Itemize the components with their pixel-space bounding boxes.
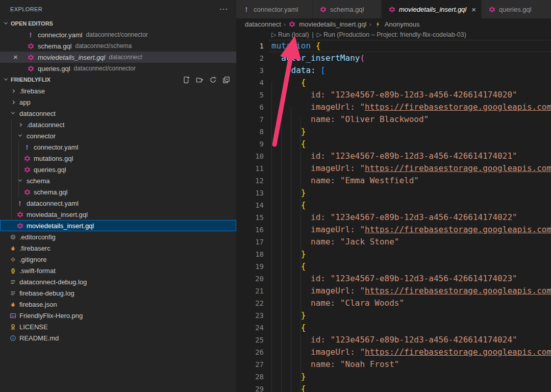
- tree-item-firebase.json[interactable]: firebase.json: [0, 299, 236, 310]
- tree-item-firebase-debug.log[interactable]: firebase-debug.log: [0, 287, 236, 299]
- code-line-20[interactable]: 20 id: "123e4567-e89b-12d3-a456-42661417…: [236, 273, 551, 285]
- tree-item-.firebase[interactable]: .firebase: [0, 85, 236, 96]
- code-line-10[interactable]: 10 id: "123e4567-e89b-12d3-a456-42661417…: [236, 150, 551, 162]
- breadcrumb-separator: ›: [284, 20, 286, 28]
- tree-item-connector.yaml[interactable]: ! connector.yaml: [0, 141, 236, 153]
- workspace-header[interactable]: FRIENDLYFLIX: [0, 74, 236, 85]
- code-line-6[interactable]: 6 imageUrl: "https://firebasestorage.goo…: [236, 101, 551, 113]
- open-editor-name: queries.gql: [38, 65, 70, 72]
- line-number: 3: [236, 64, 264, 77]
- code-line-29[interactable]: 29 {: [236, 383, 551, 392]
- tree-item-label: dataconnect-debug.log: [19, 278, 87, 286]
- code-line-22[interactable]: 22 name: "Clara Woods": [236, 297, 551, 309]
- tab-queries.gql[interactable]: queries.gql: [482, 0, 551, 18]
- folder-chevron: [8, 112, 17, 115]
- graphql-icon: [15, 223, 24, 229]
- open-editor-name: schema.gql: [38, 42, 71, 50]
- code-line-21[interactable]: 21 imageUrl: "https://firebasestorage.go…: [236, 285, 551, 297]
- code-line-9[interactable]: 9 {: [236, 138, 551, 150]
- new-folder-icon[interactable]: [196, 76, 204, 84]
- line-number: 19: [236, 260, 264, 273]
- code-line-17[interactable]: 17 name: "Jack Stone": [236, 236, 551, 248]
- line-number: 2: [236, 52, 264, 64]
- run-production-button[interactable]: ▷ Run (Production – Project: friendly-fl…: [317, 31, 466, 38]
- chevron-right-icon: [11, 89, 14, 92]
- graphql-icon: [27, 54, 35, 61]
- code-line-8[interactable]: 8 }: [236, 126, 551, 138]
- tree-item-moviedata_insert.gql[interactable]: moviedata_insert.gql: [0, 209, 236, 220]
- code-line-15[interactable]: 15 id: "123e4567-e89b-12d3-a456-42661417…: [236, 211, 551, 224]
- code-line-12[interactable]: 12 name: "Emma Westfield": [236, 175, 551, 187]
- breadcrumb-item-moviedetails_insert.gql[interactable]: moviedetails_insert.gql: [299, 20, 366, 28]
- open-editor-moviedetails_insert.gql[interactable]: × moviedetails_insert.gql dataconnect: [0, 52, 236, 63]
- tree-item-label: schema: [27, 177, 50, 185]
- new-file-icon[interactable]: [183, 76, 190, 84]
- tab-schema.gql[interactable]: schema.gql: [313, 0, 382, 18]
- code-line-24[interactable]: 24 {: [236, 322, 551, 334]
- open-editor-description: dataconnect: [109, 54, 142, 61]
- tree-item-README.md[interactable]: README.md: [0, 332, 236, 344]
- code-line-23[interactable]: 23 }: [236, 309, 551, 322]
- tree-item-.gitignore[interactable]: .gitignore: [0, 254, 236, 265]
- open-editor-schema.gql[interactable]: schema.gql dataconnect/schema: [0, 40, 236, 52]
- code-line-3[interactable]: 3 data: [: [236, 64, 551, 77]
- code-line-18[interactable]: 18 }: [236, 248, 551, 260]
- close-icon[interactable]: ×: [13, 52, 18, 63]
- tree-item-LICENSE[interactable]: LICENSE: [0, 321, 236, 332]
- tree-item-.dataconnect[interactable]: .dataconnect: [0, 119, 236, 130]
- code-line-2[interactable]: 2 actor_insertMany(: [236, 52, 551, 64]
- code-line-13[interactable]: 13 }: [236, 187, 551, 199]
- code-line-1[interactable]: 1mutation {: [236, 40, 551, 52]
- open-editor-queries.gql[interactable]: queries.gql dataconnect/connector: [0, 63, 236, 74]
- code-line-27[interactable]: 27 name: "Noah Frost": [236, 358, 551, 371]
- code-line-16[interactable]: 16 imageUrl: "https://firebasestorage.go…: [236, 224, 551, 236]
- close-icon[interactable]: ×: [471, 5, 476, 14]
- line-number: 15: [236, 211, 264, 224]
- code-editor[interactable]: ▷ Run (local)|▷ Run (Production – Projec…: [236, 30, 551, 392]
- tree-item-app[interactable]: app: [0, 96, 236, 108]
- more-actions-icon[interactable]: ···: [219, 7, 228, 12]
- code-line-11[interactable]: 11 imageUrl: "https://firebasestorage.go…: [236, 162, 551, 175]
- code-line-25[interactable]: 25 id: "123e4567-e89b-12d3-a456-42661417…: [236, 334, 551, 346]
- refresh-icon[interactable]: [209, 76, 217, 84]
- open-editors-header[interactable]: OPEN EDITORS: [0, 18, 236, 29]
- collapse-all-icon[interactable]: [222, 76, 230, 84]
- line-number: 17: [236, 236, 264, 248]
- open-editors-list: ! connector.yaml dataconnect/connector s…: [0, 29, 236, 74]
- code-line-4[interactable]: 4 {: [236, 77, 551, 89]
- code-line-5[interactable]: 5 id: "123e4567-e89b-12d3-a456-426614174…: [236, 89, 551, 101]
- breadcrumb-item-Anonymous[interactable]: Anonymous: [385, 20, 420, 28]
- tree-item-dataconnect[interactable]: dataconnect: [0, 108, 236, 119]
- tree-item-.swift-format[interactable]: {} .swift-format: [0, 265, 236, 276]
- code-line-7[interactable]: 7 name: "Oliver Blackwood": [236, 113, 551, 126]
- tab-connector.yaml[interactable]: ! connector.yaml: [236, 0, 313, 18]
- tree-item-schema.gql[interactable]: schema.gql: [0, 186, 236, 198]
- tree-item-.editorconfig[interactable]: .editorconfig: [0, 231, 236, 242]
- open-editor-connector.yaml[interactable]: ! connector.yaml dataconnect/connector: [0, 29, 236, 40]
- tree-item-label: README.md: [19, 334, 59, 342]
- gear-icon: [8, 234, 17, 240]
- run-local-button[interactable]: ▷ Run (local): [271, 31, 309, 38]
- tree-item-moviedetails_insert.gql[interactable]: moviedetails_insert.gql: [0, 220, 236, 231]
- tree-item-queries.gql[interactable]: queries.gql: [0, 164, 236, 175]
- code-line-14[interactable]: 14 {: [236, 199, 551, 211]
- code-line-26[interactable]: 26 imageUrl: "https://firebasestorage.go…: [236, 346, 551, 358]
- code-line-28[interactable]: 28 }: [236, 371, 551, 383]
- tree-item-schema[interactable]: schema: [0, 175, 236, 186]
- code-line-19[interactable]: 19 {: [236, 260, 551, 273]
- tab-moviedetails_insert.gql[interactable]: moviedetails_insert.gql ×: [382, 0, 482, 18]
- tree-item-FriendlyFlix-Hero.png[interactable]: FriendlyFlix-Hero.png: [0, 310, 236, 321]
- tree-item-.firebaserc[interactable]: .firebaserc: [0, 242, 236, 254]
- folder-chevron: [8, 90, 17, 92]
- tree-item-mutations.gql[interactable]: mutations.gql: [0, 153, 236, 164]
- line-number: 5: [236, 89, 264, 101]
- tab-label: schema.gql: [330, 6, 364, 13]
- chevron-right-icon: [11, 100, 14, 104]
- tree-item-dataconnect-debug.log[interactable]: dataconnect-debug.log: [0, 276, 236, 287]
- breadcrumb-item-dataconnect[interactable]: dataconnect: [245, 20, 281, 28]
- tree-item-dataconnect.yaml[interactable]: ! dataconnect.yaml: [0, 198, 236, 209]
- tree-item-connector[interactable]: connector: [0, 130, 236, 141]
- line-number: 10: [236, 150, 264, 162]
- tree-item-label: .swift-format: [19, 267, 56, 275]
- codelens: ▷ Run (local)|▷ Run (Production – Projec…: [236, 30, 551, 40]
